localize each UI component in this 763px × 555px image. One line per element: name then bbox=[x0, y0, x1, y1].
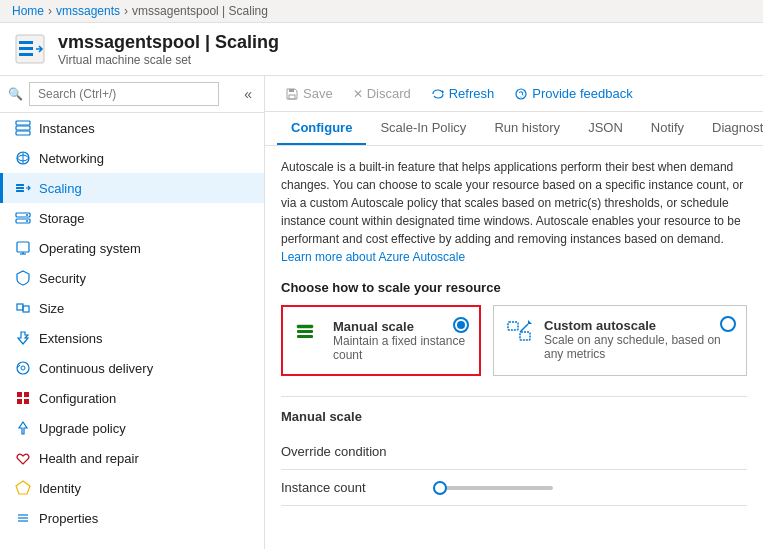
svg-rect-19 bbox=[17, 304, 23, 310]
security-icon bbox=[15, 270, 31, 286]
tab-run-history[interactable]: Run history bbox=[480, 112, 574, 145]
sidebar-item-networking[interactable]: Networking bbox=[0, 143, 264, 173]
page-subtitle: Virtual machine scale set bbox=[58, 53, 279, 67]
svg-rect-4 bbox=[16, 121, 30, 125]
page-title: vmssagentspool | Scaling bbox=[58, 32, 279, 53]
svg-rect-11 bbox=[16, 190, 24, 192]
health-icon bbox=[15, 450, 31, 466]
sidebar-label-scaling: Scaling bbox=[39, 181, 82, 196]
sidebar-item-configuration[interactable]: Configuration bbox=[0, 383, 264, 413]
slider-track[interactable] bbox=[433, 486, 553, 490]
manual-scale-title: Manual scale bbox=[333, 319, 467, 334]
sidebar-label-extensions: Extensions bbox=[39, 331, 103, 346]
sidebar-label-storage: Storage bbox=[39, 211, 85, 226]
instance-count-row: Instance count bbox=[281, 470, 747, 506]
sidebar-item-health[interactable]: Health and repair bbox=[0, 443, 264, 473]
cd-icon bbox=[15, 360, 31, 376]
save-button[interactable]: Save bbox=[277, 82, 341, 105]
instances-icon bbox=[15, 120, 31, 136]
search-icon: 🔍 bbox=[8, 87, 23, 101]
sidebar-item-properties[interactable]: Properties bbox=[0, 503, 264, 533]
slider-thumb[interactable] bbox=[433, 481, 447, 495]
instance-count-slider-container bbox=[433, 486, 553, 490]
sidebar-item-identity[interactable]: Identity bbox=[0, 473, 264, 503]
tab-configure[interactable]: Configure bbox=[277, 112, 366, 145]
discard-button[interactable]: ✕ Discard bbox=[345, 82, 419, 105]
override-condition-row: Override condition bbox=[281, 434, 747, 470]
svg-rect-40 bbox=[508, 322, 518, 330]
svg-rect-38 bbox=[297, 335, 313, 338]
svg-rect-16 bbox=[17, 242, 29, 252]
svg-point-21 bbox=[17, 362, 29, 374]
content-area: Save ✕ Discard Refresh Provide feedback … bbox=[265, 76, 763, 549]
discard-label: Discard bbox=[367, 86, 411, 101]
toolbar: Save ✕ Discard Refresh Provide feedback bbox=[265, 76, 763, 112]
breadcrumb-vmssagents[interactable]: vmssagents bbox=[56, 4, 120, 18]
svg-rect-20 bbox=[23, 306, 29, 312]
page-icon bbox=[12, 31, 48, 67]
svg-point-35 bbox=[521, 96, 522, 97]
sidebar-item-extensions[interactable]: Extensions bbox=[0, 323, 264, 353]
refresh-label: Refresh bbox=[449, 86, 495, 101]
svg-point-15 bbox=[26, 220, 28, 222]
tab-scale-in[interactable]: Scale-In Policy bbox=[366, 112, 480, 145]
sidebar-item-scaling[interactable]: Scaling bbox=[0, 173, 264, 203]
breadcrumb-current: vmssagentspool | Scaling bbox=[132, 4, 268, 18]
sidebar-item-size[interactable]: Size bbox=[0, 293, 264, 323]
refresh-button[interactable]: Refresh bbox=[423, 82, 503, 105]
sidebar-label-security: Security bbox=[39, 271, 86, 286]
sidebar-label-size: Size bbox=[39, 301, 64, 316]
svg-rect-2 bbox=[19, 47, 33, 50]
svg-rect-25 bbox=[17, 399, 22, 404]
scale-options: Manual scale Maintain a fixed instance c… bbox=[281, 305, 747, 376]
custom-scale-radio[interactable] bbox=[720, 316, 736, 332]
networking-icon bbox=[15, 150, 31, 166]
scaling-icon bbox=[15, 180, 31, 196]
sidebar-label-networking: Networking bbox=[39, 151, 104, 166]
save-label: Save bbox=[303, 86, 333, 101]
tab-json[interactable]: JSON bbox=[574, 112, 637, 145]
manual-scale-radio[interactable] bbox=[453, 317, 469, 333]
svg-marker-27 bbox=[16, 481, 30, 494]
identity-icon bbox=[15, 480, 31, 496]
manual-scale-desc: Maintain a fixed instance count bbox=[333, 334, 467, 362]
svg-rect-32 bbox=[289, 89, 294, 92]
size-icon bbox=[15, 300, 31, 316]
svg-rect-3 bbox=[19, 53, 33, 56]
feedback-label: Provide feedback bbox=[532, 86, 632, 101]
search-input[interactable] bbox=[29, 82, 219, 106]
sidebar-label-health: Health and repair bbox=[39, 451, 139, 466]
manual-scale-section-title: Manual scale bbox=[281, 409, 747, 424]
tab-notify[interactable]: Notify bbox=[637, 112, 698, 145]
sidebar-item-cd[interactable]: Continuous delivery bbox=[0, 353, 264, 383]
os-icon bbox=[15, 240, 31, 256]
manual-scale-icon bbox=[295, 319, 323, 347]
search-box: 🔍 « bbox=[0, 76, 264, 113]
breadcrumb-home[interactable]: Home bbox=[12, 4, 44, 18]
svg-rect-24 bbox=[24, 392, 29, 397]
svg-rect-23 bbox=[17, 392, 22, 397]
custom-scale-desc: Scale on any schedule, based on any metr… bbox=[544, 333, 734, 361]
learn-more-link[interactable]: Learn more about Azure Autoscale bbox=[281, 250, 465, 264]
tab-diagnostics[interactable]: Diagnostics bbox=[698, 112, 763, 145]
feedback-button[interactable]: Provide feedback bbox=[506, 82, 640, 105]
sidebar-item-upgrade[interactable]: Upgrade policy bbox=[0, 413, 264, 443]
manual-scale-option[interactable]: Manual scale Maintain a fixed instance c… bbox=[281, 305, 481, 376]
svg-rect-26 bbox=[24, 399, 29, 404]
sidebar-item-security[interactable]: Security bbox=[0, 263, 264, 293]
custom-autoscale-option[interactable]: Custom autoscale Scale on any schedule, … bbox=[493, 305, 747, 376]
svg-rect-5 bbox=[16, 126, 30, 130]
svg-rect-31 bbox=[289, 95, 295, 99]
breadcrumb: Home › vmssagents › vmssagentspool | Sca… bbox=[0, 0, 763, 23]
manual-scale-text: Manual scale Maintain a fixed instance c… bbox=[333, 319, 467, 362]
instance-count-label: Instance count bbox=[281, 480, 421, 495]
properties-icon bbox=[15, 510, 31, 526]
custom-autoscale-icon bbox=[506, 318, 534, 346]
manual-scale-section: Manual scale Override condition Instance… bbox=[281, 396, 747, 506]
collapse-sidebar-button[interactable]: « bbox=[240, 84, 256, 104]
tabs: Configure Scale-In Policy Run history JS… bbox=[265, 112, 763, 146]
sidebar-item-os[interactable]: Operating system bbox=[0, 233, 264, 263]
sidebar-label-identity: Identity bbox=[39, 481, 81, 496]
sidebar-item-storage[interactable]: Storage bbox=[0, 203, 264, 233]
sidebar-item-instances[interactable]: Instances bbox=[0, 113, 264, 143]
